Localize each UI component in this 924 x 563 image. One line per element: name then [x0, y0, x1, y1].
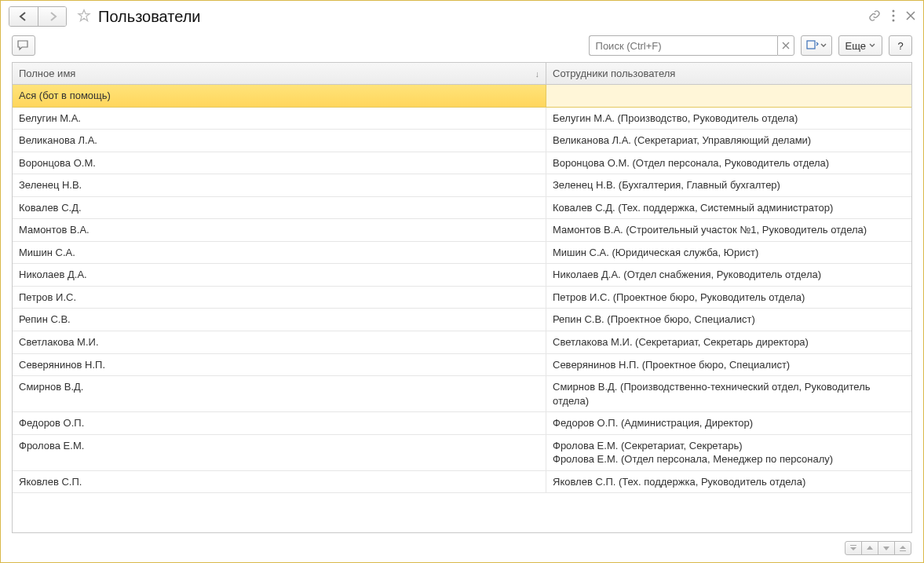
table-row[interactable]: Петров И.С.Петров И.С. (Проектное бюро, …: [13, 287, 911, 309]
cell-employees: Северянинов Н.П. (Проектное бюро, Специа…: [546, 354, 911, 376]
cell-employees: [546, 85, 911, 107]
cell-name: Яковлев С.П.: [13, 471, 546, 493]
column-header-employees[interactable]: Сотрудники пользователя: [546, 63, 911, 84]
column-header-name-label: Полное имя: [19, 68, 75, 79]
svg-rect-3: [807, 41, 815, 49]
cell-name: Репин С.В.: [13, 309, 546, 331]
cell-employees: Великанова Л.А. (Секретариат, Управляющи…: [546, 130, 911, 152]
cell-employees: Репин С.В. (Проектное бюро, Специалист): [546, 309, 911, 331]
table-row[interactable]: Зеленец Н.В.Зеленец Н.В. (Бухгалтерия, Г…: [13, 174, 911, 197]
more-label: Еще: [845, 40, 866, 52]
column-header-employees-label: Сотрудники пользователя: [553, 68, 675, 79]
cell-name: Фролова Е.М.: [13, 435, 546, 470]
table-body: Ася (бот в помощь)Белугин М.А.Белугин М.…: [13, 85, 911, 532]
more-button[interactable]: Еще: [838, 35, 882, 56]
favorite-icon[interactable]: [76, 8, 92, 26]
help-button[interactable]: ?: [889, 35, 912, 56]
svg-point-2: [893, 19, 895, 21]
cell-employees: Яковлев С.П. (Тех. поддержка, Руководите…: [546, 471, 911, 493]
nav-buttons: [9, 6, 67, 27]
cell-employees: Мамонтов В.А. (Строительный участок №1, …: [546, 219, 911, 241]
cell-name: Воронцова О.М.: [13, 152, 546, 174]
cell-name: Мишин С.А.: [13, 242, 546, 264]
cell-name: Петров И.С.: [13, 287, 546, 309]
table-row[interactable]: Яковлев С.П.Яковлев С.П. (Тех. поддержка…: [13, 471, 911, 494]
search-input[interactable]: [589, 35, 777, 56]
cell-employees: Фролова Е.М. (Секретариат, Секретарь) Фр…: [546, 435, 911, 470]
column-header-name[interactable]: Полное имя ↓: [13, 63, 546, 84]
search-clear-button[interactable]: [777, 35, 794, 56]
table-row[interactable]: Николаев Д.А.Николаев Д.А. (Отдел снабже…: [13, 264, 911, 287]
table-row[interactable]: Репин С.В.Репин С.В. (Проектное бюро, Сп…: [13, 309, 911, 331]
svg-point-0: [893, 9, 895, 12]
svg-rect-4: [850, 545, 856, 546]
table-row[interactable]: Ася (бот в помощь): [13, 85, 911, 108]
nav-last-button[interactable]: [894, 541, 911, 555]
cell-employees: Мишин С.А. (Юридическая служба, Юрист): [546, 242, 911, 264]
forward-button[interactable]: [38, 7, 66, 26]
cell-name: Мамонтов В.А.: [13, 219, 546, 241]
cell-name: Северянинов Н.П.: [13, 354, 546, 376]
kebab-menu-icon[interactable]: [892, 9, 895, 24]
table-row[interactable]: Фролова Е.М.Фролова Е.М. (Секретариат, С…: [13, 435, 911, 471]
nav-first-button[interactable]: [845, 541, 862, 555]
cell-name: Федоров О.П.: [13, 412, 546, 434]
cell-employees: Светлакова М.И. (Секретариат, Секретарь …: [546, 331, 911, 353]
cell-name: Ася (бот в помощь): [13, 85, 546, 107]
cell-name: Зеленец Н.В.: [13, 174, 546, 196]
titlebar: Пользователи: [1, 1, 923, 32]
cell-employees: Смирнов В.Д. (Производственно-технически…: [546, 376, 911, 411]
toolbar: Еще ?: [1, 32, 923, 62]
nav-down-button[interactable]: [878, 541, 895, 555]
cell-name: Николаев Д.А.: [13, 264, 546, 286]
cell-name: Белугин М.А.: [13, 108, 546, 130]
svg-point-1: [893, 14, 895, 16]
cell-employees: Петров И.С. (Проектное бюро, Руководител…: [546, 287, 911, 309]
table-header: Полное имя ↓ Сотрудники пользователя: [13, 63, 911, 85]
help-label: ?: [897, 40, 903, 52]
table-row[interactable]: Смирнов В.Д.Смирнов В.Д. (Производственн…: [13, 376, 911, 412]
cell-employees: Николаев Д.А. (Отдел снабжения, Руководи…: [546, 264, 911, 286]
cell-employees: Федоров О.П. (Администрация, Директор): [546, 412, 911, 434]
cell-name: Ковалев С.Д.: [13, 197, 546, 219]
users-table: Полное имя ↓ Сотрудники пользователя Ася…: [12, 62, 912, 533]
table-row[interactable]: Северянинов Н.П.Северянинов Н.П. (Проект…: [13, 354, 911, 377]
cell-name: Светлакова М.И.: [13, 331, 546, 353]
table-row[interactable]: Федоров О.П.Федоров О.П. (Администрация,…: [13, 412, 911, 435]
page-title: Пользователи: [98, 8, 201, 26]
back-button[interactable]: [9, 7, 38, 26]
cell-name: Великанова Л.А.: [13, 130, 546, 152]
sort-asc-icon: ↓: [535, 69, 540, 79]
cell-name: Смирнов В.Д.: [13, 376, 546, 411]
row-navigator: [845, 541, 911, 555]
settings-button[interactable]: [801, 35, 832, 56]
table-row[interactable]: Великанова Л.А.Великанова Л.А. (Секретар…: [13, 130, 911, 152]
svg-rect-5: [900, 550, 906, 551]
table-row[interactable]: Светлакова М.И.Светлакова М.И. (Секретар…: [13, 331, 911, 354]
nav-up-button[interactable]: [861, 541, 878, 555]
link-icon[interactable]: [868, 9, 881, 24]
table-row[interactable]: Воронцова О.М.Воронцова О.М. (Отдел перс…: [13, 152, 911, 175]
table-row[interactable]: Ковалев С.Д.Ковалев С.Д. (Тех. поддержка…: [13, 197, 911, 220]
table-row[interactable]: Мамонтов В.А.Мамонтов В.А. (Строительный…: [13, 219, 911, 242]
chat-button[interactable]: [12, 35, 35, 56]
cell-employees: Ковалев С.Д. (Тех. поддержка, Системный …: [546, 197, 911, 219]
cell-employees: Воронцова О.М. (Отдел персонала, Руковод…: [546, 152, 911, 174]
close-icon[interactable]: [906, 11, 915, 23]
table-row[interactable]: Мишин С.А.Мишин С.А. (Юридическая служба…: [13, 242, 911, 265]
cell-employees: Зеленец Н.В. (Бухгалтерия, Главный бухга…: [546, 174, 911, 196]
table-row[interactable]: Белугин М.А.Белугин М.А. (Производство, …: [13, 108, 911, 130]
cell-employees: Белугин М.А. (Производство, Руководитель…: [546, 108, 911, 130]
